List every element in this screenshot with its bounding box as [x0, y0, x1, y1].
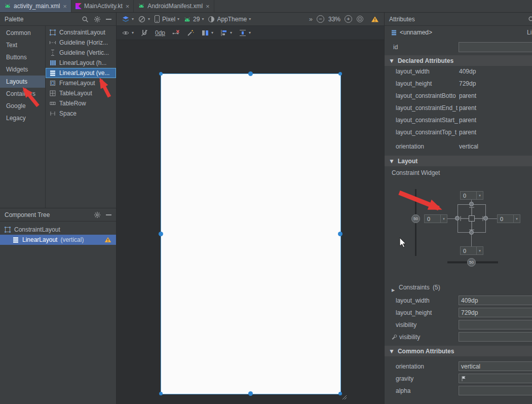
close-tab-icon[interactable]: ×	[63, 3, 67, 10]
selection-handle-bottom-left[interactable]	[159, 392, 163, 395]
zoom-to-fit-button[interactable]	[356, 15, 364, 23]
palette-item-space[interactable]: Space	[46, 108, 116, 119]
selection-handle-bottom-center[interactable]	[248, 391, 253, 396]
section-declared-attributes[interactable]: ▼ Declared Attributes	[385, 55, 532, 66]
palette-category-text[interactable]: Text	[0, 39, 45, 51]
chevron-down-icon[interactable]: ▾	[476, 192, 483, 199]
palette-item-guideline-vertical[interactable]: Guideline (Vertic...	[46, 48, 116, 58]
close-tab-icon[interactable]: ×	[126, 3, 130, 10]
layout-height-input[interactable]: 729dp	[459, 308, 532, 317]
tab-androidmanifest-xml[interactable]: AndroidManifest.xml ×	[134, 0, 214, 12]
design-surface[interactable]: ▾ 0dp ▾ ▾ ▾	[117, 26, 384, 404]
visibility-input[interactable]	[459, 320, 532, 329]
palette-category-legacy[interactable]: Legacy	[0, 112, 45, 124]
close-tab-icon[interactable]: ×	[206, 3, 210, 10]
align-selector[interactable]: ▾	[220, 29, 232, 37]
selection-handle-top-right[interactable]	[338, 72, 342, 76]
zoom-out-button[interactable]: −	[317, 15, 324, 23]
selection-handle-top-center[interactable]	[248, 71, 253, 76]
attribute-value[interactable]: 729dp	[459, 78, 476, 90]
surface-mode-selector[interactable]: ▾	[122, 15, 134, 23]
constraint-anchor-right[interactable]	[483, 216, 488, 221]
section-common-attributes[interactable]: ▼ Common Attributes	[385, 346, 532, 356]
alpha-input[interactable]	[459, 386, 532, 395]
attribute-row[interactable]: layout_constraintEnd_tparent	[385, 102, 532, 114]
chevron-down-icon[interactable]: ▾	[440, 215, 447, 223]
constraint-widget-box[interactable]	[458, 204, 486, 233]
constraint-anchor-left[interactable]	[455, 216, 460, 221]
clear-constraints-icon[interactable]	[172, 29, 180, 37]
palette-category-containers[interactable]: Containers	[0, 88, 45, 100]
tree-item-linearlayout-vertical[interactable]: LinearLayout (vertical)	[0, 235, 116, 245]
chevron-down-icon[interactable]: ▾	[476, 247, 483, 254]
attribute-row[interactable]: layout_width409dp	[385, 65, 532, 78]
tab-mainactivity-kt[interactable]: MainActivity.kt ×	[71, 0, 134, 12]
zoom-in-button[interactable]: +	[345, 15, 352, 23]
tools-visibility-input[interactable]	[459, 332, 532, 342]
layout-width-input[interactable]: 409dp	[459, 296, 532, 305]
view-options-selector[interactable]: ▾	[122, 29, 134, 37]
attribute-row[interactable]: orientationvertical	[385, 140, 532, 153]
search-icon[interactable]	[82, 16, 89, 23]
orientation-input[interactable]: vertical	[459, 361, 532, 371]
palette-item-guideline-horizontal[interactable]: Guideline (Horiz...	[46, 38, 116, 48]
palette-item-framelayout[interactable]: FrameLayout	[46, 78, 116, 88]
section-layout[interactable]: ▼ Layout	[385, 156, 532, 166]
vertical-bias-slider[interactable]: 50	[411, 214, 420, 223]
palette-category-google[interactable]: Google	[0, 100, 45, 112]
palette-item-linearlayout-horizontal[interactable]: LinearLayout (h...	[46, 58, 116, 68]
search-icon[interactable]	[528, 16, 532, 23]
theme-selector[interactable]: AppTheme ▾	[208, 16, 251, 23]
attribute-value[interactable]: 409dp	[459, 65, 476, 78]
default-margin-selector[interactable]: 0dp	[155, 29, 165, 36]
selection-handle-top-left[interactable]	[159, 72, 163, 76]
warning-icon[interactable]	[104, 237, 111, 243]
selection-handle-middle-right[interactable]	[338, 232, 343, 236]
tree-item-constraintlayout[interactable]: ConstraintLayout	[0, 225, 116, 235]
palette-category-buttons[interactable]: Buttons	[0, 51, 45, 63]
chevron-down-icon[interactable]: ▾	[513, 215, 520, 223]
tab-activity-main-xml[interactable]: activity_main.xml ×	[0, 0, 71, 12]
gear-icon[interactable]	[94, 211, 101, 218]
palette-item-linearlayout-vertical[interactable]: LinearLayout (ve...	[46, 68, 116, 78]
gear-icon[interactable]	[94, 16, 101, 23]
margin-right-combo[interactable]: 0 ▾	[497, 214, 520, 223]
pack-selector[interactable]: ▾	[201, 29, 213, 37]
attribute-value[interactable]: parent	[459, 126, 476, 138]
warning-indicator-icon[interactable]	[371, 16, 379, 23]
id-input[interactable]	[459, 42, 532, 52]
palette-item-tablelayout[interactable]: TableLayout	[46, 88, 116, 98]
toolbar-overflow-icon[interactable]: »	[309, 15, 313, 23]
attribute-value[interactable]: parent	[459, 90, 476, 102]
attribute-value[interactable]: parent	[459, 102, 476, 114]
margin-top-combo[interactable]: 0 ▾	[460, 191, 483, 200]
attribute-row[interactable]: layout_height729dp	[385, 78, 532, 90]
gravity-input[interactable]	[459, 374, 532, 383]
attribute-row[interactable]: layout_constraintTop_tparent	[385, 126, 532, 138]
blueprint-mode-selector[interactable]: ▾	[138, 15, 150, 23]
horizontal-bias-slider[interactable]: 50	[467, 258, 476, 267]
minimize-icon[interactable]	[106, 214, 111, 215]
palette-item-tablerow[interactable]: TableRow	[46, 98, 116, 108]
constraint-anchor-top[interactable]	[469, 202, 474, 206]
infer-constraints-wand-icon[interactable]	[186, 29, 195, 37]
device-selector[interactable]: Pixel ▾	[154, 15, 179, 23]
device-screen-artboard[interactable]	[161, 74, 340, 394]
minimize-icon[interactable]	[106, 19, 111, 20]
palette-category-layouts[interactable]: Layouts	[0, 76, 45, 88]
attribute-value[interactable]: parent	[459, 114, 476, 126]
palette-category-widgets[interactable]: Widgets	[0, 63, 45, 76]
margin-left-combo[interactable]: 0 ▾	[424, 214, 447, 223]
selection-handle-middle-left[interactable]	[159, 232, 163, 236]
attribute-row[interactable]: layout_constraintStart_parent	[385, 114, 532, 126]
autoconnect-off-icon[interactable]	[140, 29, 148, 37]
constraint-anchor-bottom[interactable]	[469, 230, 474, 235]
attribute-value[interactable]: vertical	[459, 140, 478, 153]
margin-bottom-combo[interactable]: 0 ▾	[460, 246, 483, 255]
api-level-selector[interactable]: 29 ▾	[183, 16, 204, 23]
constraints-group-row[interactable]: ▶ Constraints (5)	[385, 282, 532, 292]
palette-category-common[interactable]: Common	[0, 27, 45, 39]
attribute-row[interactable]: layout_constraintBottoparent	[385, 90, 532, 102]
resize-grip-icon[interactable]	[341, 394, 348, 400]
palette-item-constraintlayout[interactable]: ConstraintLayout	[46, 27, 116, 38]
